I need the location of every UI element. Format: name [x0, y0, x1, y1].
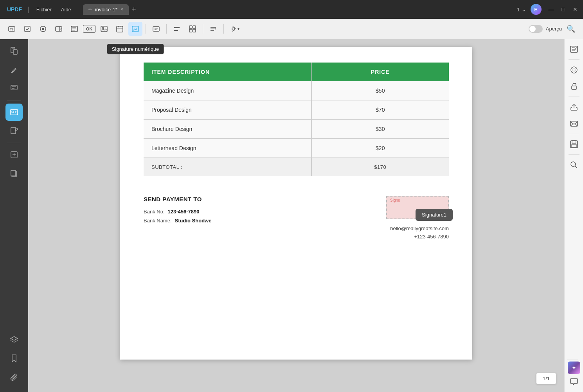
svg-rect-36 [11, 85, 17, 90]
bookmark-btn[interactable] [5, 350, 23, 367]
app-logo: UPDF [3, 6, 26, 13]
payment-section: SEND PAYMENT TO Bank No: 123-456-7890 Ba… [144, 188, 449, 242]
ocr-btn[interactable] [567, 42, 581, 56]
menu-bar: Fichier Aide [32, 5, 75, 14]
apercu-label: Aperçu [546, 26, 562, 32]
sidebar-right-bottom: ✦ [567, 359, 581, 389]
minimize-btn[interactable]: — [546, 5, 556, 13]
svg-point-4 [42, 28, 44, 30]
share-btn[interactable] [567, 100, 581, 114]
apercu-area: Aperçu [529, 25, 562, 33]
header-price: PRICE [311, 63, 449, 81]
ai-btn[interactable]: ✦ [567, 361, 581, 375]
search-btn[interactable]: 🔍 [563, 23, 578, 35]
ok-btn[interactable]: OK [83, 25, 95, 33]
right-sep-5 [567, 360, 578, 360]
lock-btn[interactable] [567, 79, 581, 93]
signature-btn[interactable] [128, 22, 142, 36]
svg-point-62 [571, 162, 576, 166]
align-btn[interactable] [170, 22, 184, 36]
signature-area: Signe Signature1 [296, 196, 449, 219]
toolbar-sep-3 [203, 24, 203, 34]
pages-panel-btn[interactable] [5, 42, 23, 59]
svg-point-53 [575, 47, 576, 48]
maximize-btn[interactable]: □ [560, 5, 567, 13]
subtotal-row: SUBTOTAL : $170 [144, 158, 449, 177]
page-number-badge: 1/1 [536, 373, 556, 384]
tab-edit-icon: ✏ [88, 7, 92, 12]
item-description-1: Magazine Design [144, 81, 311, 100]
align-options-btn[interactable] [206, 22, 220, 36]
svg-rect-60 [572, 141, 576, 143]
left-sidebar: ‹ [0, 39, 28, 392]
properties-btn[interactable]: ▾ [227, 22, 241, 36]
page-number: 1 [517, 7, 520, 13]
svg-rect-24 [193, 26, 196, 29]
svg-rect-2 [25, 26, 30, 32]
copy-btn[interactable] [5, 165, 23, 182]
annotate-btn[interactable] [5, 80, 23, 97]
right-sidebar: ✦ [564, 39, 583, 392]
layout-btn[interactable] [185, 22, 200, 36]
bank-no-label: Bank No: [144, 209, 164, 215]
page-nav[interactable]: 1 ⌄ [517, 7, 525, 13]
image-btn[interactable] [97, 22, 111, 36]
toolbar-sep-2 [166, 24, 167, 34]
edit-field-btn[interactable] [149, 22, 163, 36]
svg-point-54 [571, 67, 577, 73]
subtotal-value: $170 [311, 158, 449, 177]
extract-btn[interactable] [567, 63, 581, 77]
extract2-btn[interactable] [5, 146, 23, 163]
item-price-2: $70 [311, 100, 449, 120]
date-btn[interactable] [113, 22, 127, 36]
subtotal-label: SUBTOTAL : [144, 158, 311, 177]
chat-btn[interactable] [567, 375, 581, 389]
window-controls: — □ ✕ [546, 5, 580, 13]
header-description: ITEM DESCRIPTION [144, 63, 311, 81]
pdf-page: ITEM DESCRIPTION PRICE Magazine Design $… [120, 47, 472, 360]
svg-text:TI: TI [10, 27, 13, 31]
checkbox-btn[interactable] [20, 22, 34, 36]
svg-rect-61 [571, 145, 577, 147]
forms-btn[interactable] [5, 104, 23, 121]
right-sep-2 [569, 97, 579, 97]
text-field-btn[interactable]: TI [5, 22, 19, 36]
bank-no-value: 123-456-7890 [167, 209, 199, 215]
payment-right: Signe Signature1 hello@reallygreatsite.c… [296, 196, 449, 242]
menu-aide[interactable]: Aide [57, 5, 75, 14]
radio-btn[interactable] [36, 22, 50, 36]
signature-container[interactable]: Signe Signature1 [386, 196, 449, 219]
svg-rect-56 [572, 86, 576, 89]
table-row: Magazine Design $50 [144, 81, 449, 100]
close-btn[interactable]: ✕ [570, 5, 580, 13]
titlebar: UPDF | Fichier Aide ✏ invoice-1* × + 1 ⌄… [0, 0, 583, 19]
table-row: Letterhead Design $20 [144, 139, 449, 158]
attachment-btn[interactable] [5, 369, 23, 386]
toolbar-sep-1 [146, 24, 146, 34]
highlight-btn[interactable] [5, 61, 23, 78]
right-sep-4 [569, 154, 579, 155]
tab-add-btn[interactable]: + [129, 5, 139, 14]
layers-btn[interactable] [5, 331, 23, 348]
combo-btn[interactable] [52, 22, 66, 36]
email-btn[interactable] [567, 116, 581, 131]
menu-fichier[interactable]: Fichier [32, 5, 56, 14]
item-description-4: Letterhead Design [144, 139, 311, 158]
tab-invoice[interactable]: ✏ invoice-1* × [83, 4, 129, 15]
save-btn[interactable] [567, 137, 581, 151]
svg-point-55 [573, 69, 575, 71]
payment-left: SEND PAYMENT TO Bank No: 123-456-7890 Ba… [144, 196, 296, 242]
tab-close-btn[interactable]: × [121, 7, 123, 12]
search-right-btn[interactable] [567, 158, 581, 172]
apercu-toggle[interactable] [529, 25, 543, 33]
signature-signe-label: Signe [390, 198, 400, 202]
user-avatar[interactable]: E [531, 4, 542, 15]
item-description-3: Brochure Design [144, 120, 311, 139]
content-area: ITEM DESCRIPTION PRICE Magazine Design $… [28, 39, 564, 392]
list-btn[interactable] [67, 22, 81, 36]
svg-rect-25 [189, 29, 192, 32]
edit-doc-btn[interactable] [5, 122, 23, 140]
svg-rect-23 [189, 26, 192, 29]
svg-rect-18 [153, 27, 159, 31]
table-row: Proposal Design $70 [144, 100, 449, 120]
